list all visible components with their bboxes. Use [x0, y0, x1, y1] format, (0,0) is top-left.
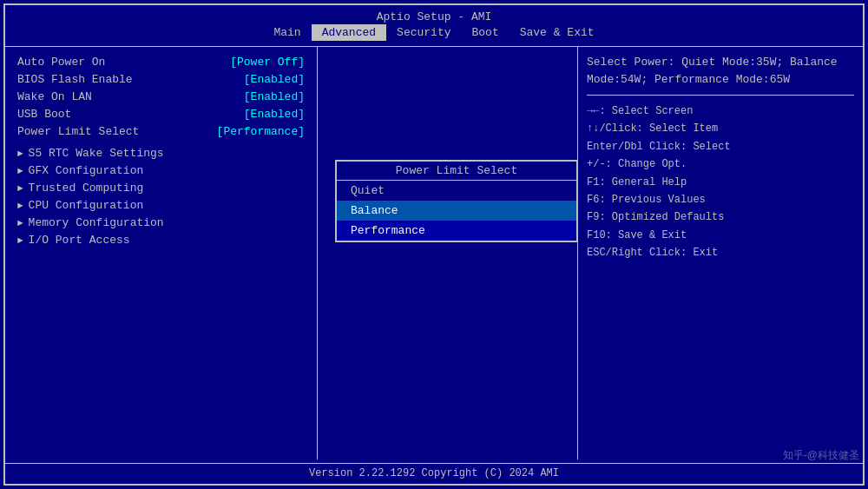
setting-name: BIOS Flash Enable — [17, 73, 133, 86]
setting-value: [Power Off] — [230, 56, 305, 69]
shortcut-item: ESC/Right Click: Exit — [587, 244, 854, 261]
submenu-label: I/O Port Access — [29, 234, 130, 247]
arrow-icon: ► — [17, 183, 23, 194]
nav-save-exit[interactable]: Save & Exit — [510, 24, 605, 41]
divider — [587, 95, 854, 96]
submenu-label: Memory Configuration — [29, 216, 164, 229]
setting-row[interactable]: USB Boot [Enabled] — [14, 106, 308, 122]
app-title: Aptio Setup - AMI — [377, 10, 492, 23]
setting-value: [Performance] — [217, 125, 305, 138]
dropdown-option-quiet[interactable]: Quiet — [337, 181, 576, 201]
submenu-cpu[interactable]: ► CPU Configuration — [14, 197, 308, 214]
nav-main[interactable]: Main — [263, 24, 311, 41]
left-panel: Auto Power On [Power Off] BIOS Flash Ena… — [5, 47, 318, 459]
footer-bar: Version 2.22.1292 Copyright (C) 2024 AMI — [5, 463, 863, 484]
main-content: Auto Power On [Power Off] BIOS Flash Ena… — [5, 47, 863, 459]
dropdown-title: Power Limit Select — [337, 162, 576, 181]
submenu-s5rtc[interactable]: ► S5 RTC Wake Settings — [14, 145, 308, 162]
setting-name: Power Limit Select — [17, 125, 139, 138]
arrow-icon: ► — [17, 166, 23, 176]
footer-text: Version 2.22.1292 Copyright (C) 2024 AMI — [309, 467, 559, 479]
setting-value: [Enabled] — [244, 90, 305, 103]
setting-name: Auto Power On — [17, 56, 105, 69]
dropdown-option-balance[interactable]: Balance — [337, 201, 576, 221]
dropdown-option-performance[interactable]: Performance — [337, 221, 576, 241]
setting-row[interactable]: Wake On LAN [Enabled] — [14, 89, 308, 105]
shortcut-item: Enter/Dbl Click: Select — [587, 138, 854, 155]
shortcut-item: F10: Save & Exit — [587, 227, 854, 244]
setting-name: Wake On LAN — [17, 90, 92, 103]
nav-security[interactable]: Security — [386, 24, 461, 41]
submenu-gfx[interactable]: ► GFX Configuration — [14, 162, 308, 179]
submenu-io[interactable]: ► I/O Port Access — [14, 232, 308, 248]
help-text: Select Power: Quiet Mode:35W; Balance Mo… — [587, 54, 854, 88]
nav-menu: Main Advanced Security Boot Save & Exit — [263, 24, 604, 41]
power-limit-row[interactable]: Power Limit Select [Performance] — [14, 123, 308, 140]
submenu-trusted[interactable]: ► Trusted Computing — [14, 180, 308, 196]
arrow-icon: ► — [17, 218, 23, 228]
shortcut-list: →←: Select Screen ↑↓/Click: Select Item … — [587, 102, 854, 262]
setting-row[interactable]: BIOS Flash Enable [Enabled] — [14, 71, 308, 88]
arrow-icon: ► — [17, 235, 23, 246]
submenu-label: Trusted Computing — [29, 182, 144, 195]
submenu-label: S5 RTC Wake Settings — [29, 147, 164, 160]
watermark: 知乎-@科技健圣 — [783, 448, 859, 463]
nav-boot[interactable]: Boot — [462, 24, 510, 41]
submenu-label: CPU Configuration — [29, 199, 144, 212]
shortcut-item: ↑↓/Click: Select Item — [587, 120, 854, 137]
right-panel: Select Power: Quiet Mode:35W; Balance Mo… — [578, 47, 863, 459]
setting-value: [Enabled] — [244, 108, 305, 121]
nav-advanced[interactable]: Advanced — [312, 24, 386, 41]
shortcut-item: F1: General Help — [587, 174, 854, 191]
shortcut-item: +/-: Change Opt. — [587, 155, 854, 173]
shortcut-item: →←: Select Screen — [587, 102, 854, 120]
setting-value: [Enabled] — [244, 73, 305, 86]
dropdown-popup[interactable]: Power Limit Select Quiet Balance Perform… — [335, 160, 578, 242]
menu-bar: Aptio Setup - AMI Main Advanced Security… — [5, 5, 863, 47]
shortcut-item: F6: Previous Values — [587, 191, 854, 208]
setting-name: USB Boot — [17, 108, 71, 121]
submenu-label: GFX Configuration — [29, 164, 144, 177]
submenu-memory[interactable]: ► Memory Configuration — [14, 215, 308, 231]
setting-row[interactable]: Auto Power On [Power Off] — [14, 54, 308, 70]
shortcut-item: F9: Optimized Defaults — [587, 208, 854, 226]
arrow-icon: ► — [17, 149, 23, 159]
middle-panel: Power Limit Select Quiet Balance Perform… — [318, 47, 578, 459]
arrow-icon: ► — [17, 201, 23, 211]
